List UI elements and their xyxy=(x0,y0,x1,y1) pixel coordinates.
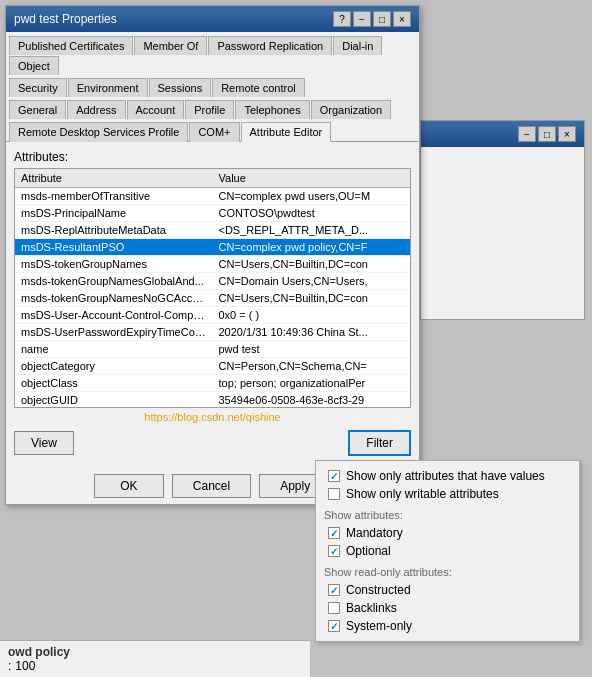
show-readonly-label: Show read-only attributes: xyxy=(324,566,571,578)
attr-cell: objectClass xyxy=(15,375,213,392)
tab-row-3: General Address Account Profile Telephon… xyxy=(6,96,419,118)
value-cell: CN=Domain Users,CN=Users, xyxy=(213,273,411,290)
tab-attribute-editor[interactable]: Attribute Editor xyxy=(241,122,332,142)
tab-security[interactable]: Security xyxy=(9,78,67,97)
tab-remote-control[interactable]: Remote control xyxy=(212,78,305,97)
show-readonly-checkbox[interactable] xyxy=(328,584,340,596)
table-row[interactable]: msDS-ResultantPSOCN=complex pwd policy,C… xyxy=(15,239,410,256)
attr-cell: msDS-UserPasswordExpiryTimeComp... xyxy=(15,324,213,341)
value-cell: CN=Users,CN=Builtin,DC=con xyxy=(213,256,411,273)
show-attr-item[interactable]: Mandatory xyxy=(324,524,571,542)
filter-button[interactable]: Filter xyxy=(348,430,411,456)
value-cell: CN=complex pwd policy,CN=F xyxy=(213,239,411,256)
bottom-action-row: View Filter xyxy=(14,426,411,460)
tab-address[interactable]: Address xyxy=(67,100,125,119)
show-readonly-item[interactable]: Constructed xyxy=(324,581,571,599)
background-window: − □ × xyxy=(420,120,585,320)
attr-cell: msDS-ReplAttributeMetaData xyxy=(15,222,213,239)
tab-sessions[interactable]: Sessions xyxy=(149,78,212,97)
table-row[interactable]: msds-tokenGroupNamesNoGCAcce...CN=Users,… xyxy=(15,290,410,307)
filter-item[interactable]: Show only attributes that have values xyxy=(324,467,571,485)
tab-general[interactable]: General xyxy=(9,100,66,119)
show-readonly-checkbox[interactable] xyxy=(328,602,340,614)
show-readonly-label: Backlinks xyxy=(346,601,397,615)
value-cell: top; person; organizationalPer xyxy=(213,375,411,392)
table-row[interactable]: namepwd test xyxy=(15,341,410,358)
show-attr-checkbox[interactable] xyxy=(328,545,340,557)
title-bar: pwd test Properties ? − □ × xyxy=(6,6,419,32)
table-row[interactable]: msDS-tokenGroupNamesCN=Users,CN=Builtin,… xyxy=(15,256,410,273)
minimize-btn[interactable]: − xyxy=(353,11,371,27)
tab-dial-in[interactable]: Dial-in xyxy=(333,36,382,55)
show-attr-label: Mandatory xyxy=(346,526,403,540)
tab-published-certificates[interactable]: Published Certificates xyxy=(9,36,133,55)
tab-environment[interactable]: Environment xyxy=(68,78,148,97)
bottom-panel-value: 100 xyxy=(15,659,35,673)
bg-close-btn[interactable]: × xyxy=(558,126,576,142)
show-attr-item[interactable]: Optional xyxy=(324,542,571,560)
table-row[interactable]: objectGUID35494e06-0508-463e-8cf3-29 xyxy=(15,392,410,409)
filter-item[interactable]: Show only writable attributes xyxy=(324,485,571,503)
cancel-button[interactable]: Cancel xyxy=(172,474,251,498)
table-row[interactable]: msDS-ReplAttributeMetaData<DS_REPL_ATTR_… xyxy=(15,222,410,239)
value-cell: 35494e06-0508-463e-8cf3-29 xyxy=(213,392,411,409)
tab-account[interactable]: Account xyxy=(127,100,185,119)
tab-member-of[interactable]: Member Of xyxy=(134,36,207,55)
maximize-btn[interactable]: □ xyxy=(373,11,391,27)
filter-checkbox[interactable] xyxy=(328,470,340,482)
show-readonly-label: System-only xyxy=(346,619,412,633)
col-attribute-header: Attribute xyxy=(15,169,213,188)
attr-cell: objectCategory xyxy=(15,358,213,375)
help-btn[interactable]: ? xyxy=(333,11,351,27)
close-btn[interactable]: × xyxy=(393,11,411,27)
value-cell: CONTOSO\pwdtest xyxy=(213,205,411,222)
show-attr-checkbox[interactable] xyxy=(328,527,340,539)
table-row[interactable]: msds-tokenGroupNamesGlobalAnd...CN=Domai… xyxy=(15,273,410,290)
attributes-table: Attribute Value msds-memberOfTransitiveC… xyxy=(15,169,410,408)
value-cell: <DS_REPL_ATTR_META_D... xyxy=(213,222,411,239)
table-row[interactable]: msds-memberOfTransitiveCN=complex pwd us… xyxy=(15,188,410,205)
tab-object[interactable]: Object xyxy=(9,56,59,75)
value-cell: CN=Person,CN=Schema,CN= xyxy=(213,358,411,375)
filter-checkbox[interactable] xyxy=(328,488,340,500)
bottom-panel-title: owd policy xyxy=(8,645,302,659)
value-cell: 0x0 = ( ) xyxy=(213,307,411,324)
table-row[interactable]: msDS-User-Account-Control-Comput...0x0 =… xyxy=(15,307,410,324)
title-bar-buttons: ? − □ × xyxy=(333,11,411,27)
tab-row-1: Published Certificates Member Of Passwor… xyxy=(6,32,419,74)
ok-button[interactable]: OK xyxy=(94,474,164,498)
watermark: https://blog.csdn.net/qishine xyxy=(14,408,411,426)
filter-dropdown: Show only attributes that have valuesSho… xyxy=(315,460,580,642)
show-attributes-label: Show attributes: xyxy=(324,509,571,521)
table-row[interactable]: msDS-UserPasswordExpiryTimeComp...2020/1… xyxy=(15,324,410,341)
show-readonly-item[interactable]: System-only xyxy=(324,617,571,635)
bg-minimize-btn[interactable]: − xyxy=(518,126,536,142)
dialog-title: pwd test Properties xyxy=(14,12,117,26)
table-row[interactable]: msDS-PrincipalNameCONTOSO\pwdtest xyxy=(15,205,410,222)
show-readonly-checkbox[interactable] xyxy=(328,620,340,632)
tabs-container: Published Certificates Member Of Passwor… xyxy=(6,32,419,142)
view-button[interactable]: View xyxy=(14,431,74,455)
attr-cell: msDS-User-Account-Control-Comput... xyxy=(15,307,213,324)
col-value-header: Value xyxy=(213,169,411,188)
tab-telephones[interactable]: Telephones xyxy=(235,100,309,119)
table-row[interactable]: objectClasstop; person; organizationalPe… xyxy=(15,375,410,392)
value-cell: pwd test xyxy=(213,341,411,358)
bottom-panel: owd policy : 100 xyxy=(0,640,310,677)
attr-cell: name xyxy=(15,341,213,358)
attributes-table-container[interactable]: Attribute Value msds-memberOfTransitiveC… xyxy=(14,168,411,408)
attr-cell: msDS-ResultantPSO xyxy=(15,239,213,256)
bg-maximize-btn[interactable]: □ xyxy=(538,126,556,142)
tab-profile[interactable]: Profile xyxy=(185,100,234,119)
table-row[interactable]: objectCategoryCN=Person,CN=Schema,CN= xyxy=(15,358,410,375)
attributes-label: Attributes: xyxy=(14,150,411,164)
tab-row-4: Remote Desktop Services Profile COM+ Att… xyxy=(6,118,419,141)
tab-organization[interactable]: Organization xyxy=(311,100,391,119)
tab-password-replication[interactable]: Password Replication xyxy=(208,36,332,55)
show-readonly-item[interactable]: Backlinks xyxy=(324,599,571,617)
attr-cell: msds-memberOfTransitive xyxy=(15,188,213,205)
filter-item-label: Show only attributes that have values xyxy=(346,469,545,483)
tab-remote-desktop[interactable]: Remote Desktop Services Profile xyxy=(9,122,188,142)
tab-com-plus[interactable]: COM+ xyxy=(189,122,239,142)
attr-cell: msDS-PrincipalName xyxy=(15,205,213,222)
